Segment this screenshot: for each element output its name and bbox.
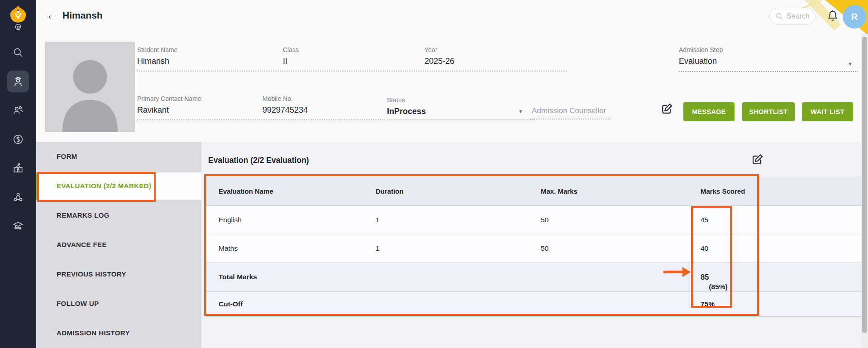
avatar-initial: R — [851, 12, 858, 22]
search-icon — [775, 12, 783, 20]
student-photo-placeholder — [45, 42, 135, 132]
subnav-item-remarks-log[interactable]: REMARKS LOG — [36, 202, 201, 229]
table-row-cutoff: Cut-Off 75% — [206, 292, 862, 317]
field-label: Mobile No. — [262, 95, 308, 102]
field-underline — [530, 119, 611, 119]
message-button[interactable]: MESSAGE — [683, 102, 734, 121]
person-silhouette-icon — [52, 51, 129, 132]
field-underline — [137, 119, 385, 120]
chevron-down-icon[interactable]: ▼ — [848, 61, 853, 67]
cell-scored: 45 — [701, 216, 708, 224]
col-header-evaluation-name: Evaluation Name — [219, 187, 273, 195]
search-label: Search — [787, 12, 810, 20]
subnav-item-follow-up[interactable]: FOLLOW UP — [36, 290, 201, 317]
field-value: 9929745234 — [262, 105, 308, 115]
sidebar-menu — [0, 42, 36, 244]
field-underline — [679, 71, 858, 72]
cell-max: 50 — [541, 244, 548, 253]
back-arrow-icon[interactable]: ← — [46, 9, 58, 21]
field-primary-contact: Primary Contact Name Ravikant — [137, 95, 201, 115]
cell-name: Maths — [219, 244, 238, 253]
evaluation-table: Evaluation Name Duration Max. Marks Mark… — [206, 176, 862, 317]
notifications-bell-icon[interactable] — [826, 9, 839, 24]
student-header-panel: Student Name Himansh Class II Year 2025-… — [36, 34, 868, 142]
cell-scored: 75% — [701, 300, 715, 308]
fees-nav-icon[interactable] — [7, 129, 29, 150]
cell-name: English — [219, 216, 242, 224]
field-label: Primary Contact Name — [137, 95, 201, 102]
academics-nav-icon[interactable] — [7, 215, 29, 237]
page-title: Himansh — [62, 10, 103, 21]
evaluation-heading: Evaluation (2/2 Evaluation) — [208, 156, 309, 165]
field-student-name: Student Name Himansh — [137, 46, 178, 66]
col-header-duration: Duration — [376, 187, 404, 195]
field-value: Ravikant — [137, 105, 201, 115]
people-nav-icon[interactable] — [7, 100, 29, 121]
cell-max: 50 — [541, 216, 548, 224]
scrollbar-thumb[interactable] — [862, 37, 867, 333]
subnav-item-advance-fee[interactable]: ADVANCE FEE — [36, 231, 201, 258]
field-label: Status — [387, 96, 426, 104]
field-label: Class — [283, 46, 299, 53]
table-header-row: Evaluation Name Duration Max. Marks Mark… — [206, 176, 862, 206]
field-label: Year — [424, 46, 454, 53]
user-avatar[interactable]: R — [843, 5, 866, 29]
search-button[interactable]: Search — [769, 8, 816, 25]
col-header-max-marks: Max. Marks — [541, 187, 577, 195]
search-nav-icon[interactable] — [7, 42, 29, 63]
field-value: II — [283, 57, 299, 66]
admission-counsellor-input[interactable]: Admission Counsellor — [532, 106, 606, 115]
total-marks-value: 85 — [701, 273, 709, 281]
field-underline — [137, 71, 567, 72]
status-underline — [387, 119, 535, 120]
status-select[interactable]: Status InProcess — [387, 96, 426, 116]
school-nav-icon[interactable] — [7, 157, 29, 179]
field-label: Admission Step — [679, 46, 723, 53]
svg-text:@: @ — [15, 23, 21, 30]
field-mobile: Mobile No. 9929745234 — [262, 95, 308, 115]
subnav-item-admission-history[interactable]: ADMISSION HISTORY — [36, 319, 201, 347]
table-row-english: English 1 50 45 — [206, 206, 862, 234]
field-year: Year 2025-26 — [424, 46, 454, 66]
edit-evaluation-icon[interactable] — [750, 153, 764, 167]
subnav-item-form[interactable]: FORM — [36, 143, 201, 170]
vertical-scrollbar[interactable] — [861, 34, 868, 348]
top-bar: ← Himansh Search R — [36, 0, 868, 34]
table-row-total-marks: Total Marks 85 (85%) — [206, 263, 862, 292]
edit-counsellor-icon[interactable] — [660, 102, 673, 116]
cell-name: Total Marks — [219, 273, 257, 281]
cell-duration: 1 — [376, 244, 380, 253]
field-value: 2025-26 — [424, 57, 454, 66]
chevron-down-icon[interactable]: ▼ — [518, 109, 523, 114]
field-label: Student Name — [137, 46, 178, 53]
community-nav-icon[interactable] — [7, 186, 29, 208]
table-row-maths: Maths 1 50 40 — [206, 234, 862, 263]
cell-scored: 85 (85%) — [701, 273, 709, 281]
students-nav-icon[interactable] — [7, 71, 29, 92]
subnav-item-evaluation[interactable]: EVALUATION (2/2 MARKED) — [36, 172, 201, 200]
app-logo-icon: @ — [6, 4, 30, 31]
cell-scored: 40 — [701, 244, 708, 253]
evaluation-panel: Evaluation (2/2 Evaluation) Evaluation N… — [201, 142, 868, 348]
shortlist-button[interactable]: SHORTLIST — [742, 102, 795, 121]
cell-name: Cut-Off — [219, 300, 243, 308]
admission-step-select[interactable]: Admission Step Evaluation — [679, 46, 723, 66]
field-class: Class II — [283, 46, 299, 66]
sidebar: @ — [0, 0, 36, 348]
field-value: InProcess — [387, 107, 426, 116]
waitlist-button[interactable]: WAIT LIST — [802, 102, 853, 121]
total-marks-percent: (85%) — [709, 283, 727, 291]
student-sections-nav: FORM EVALUATION (2/2 MARKED) REMARKS LOG… — [36, 142, 201, 348]
cell-duration: 1 — [376, 216, 380, 224]
field-value: Himansh — [137, 57, 178, 66]
field-value: Evaluation — [679, 57, 723, 66]
col-header-marks-scored: Marks Scored — [701, 187, 745, 195]
subnav-item-previous-history[interactable]: PREVIOUS HISTORY — [36, 261, 201, 288]
